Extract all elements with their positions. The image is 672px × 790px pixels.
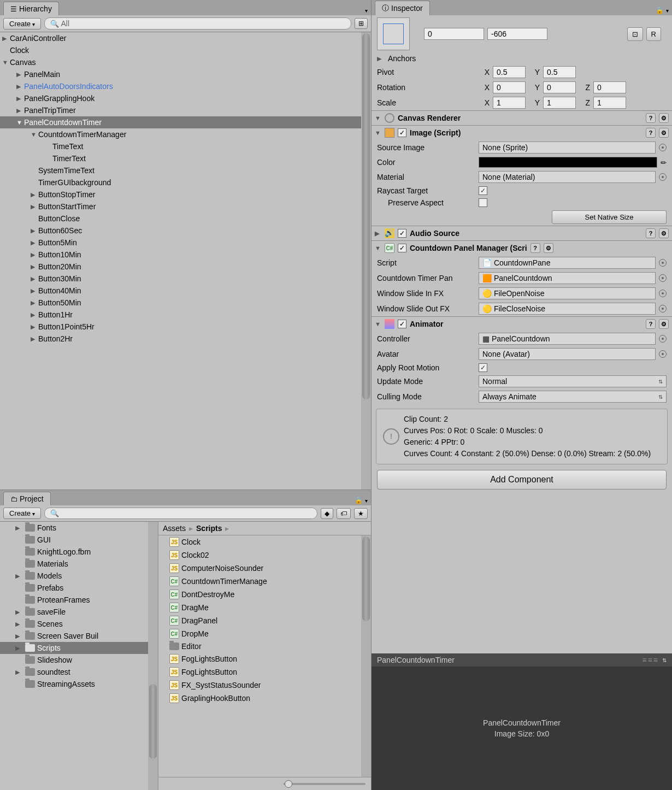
- hierarchy-filter-button[interactable]: ⊞: [355, 18, 368, 29]
- folder-item[interactable]: Slideshow: [0, 654, 158, 666]
- asset-item[interactable]: C#DontDestroyMe: [158, 588, 371, 601]
- breadcrumb[interactable]: Assets ▸ Scripts ▸: [158, 522, 371, 535]
- folder-item[interactable]: ▶Scripts: [0, 642, 158, 654]
- asset-item[interactable]: JSGraplingHookButton: [158, 692, 371, 705]
- gear-icon[interactable]: ⚙: [659, 228, 669, 238]
- foldout-arrow[interactable]: ▶: [15, 609, 23, 616]
- raw-edit-button[interactable]: R: [646, 27, 661, 41]
- foldout-arrow[interactable]: ▶: [31, 311, 38, 319]
- foldout-arrow[interactable]: ▶: [31, 227, 38, 234]
- countdown-manager-component[interactable]: ▼C# Countdown Panel Manager (Scri ? ⚙: [372, 240, 672, 255]
- hierarchy-item[interactable]: ▶Button40Min: [0, 285, 371, 297]
- foldout-arrow[interactable]: ▶: [31, 251, 38, 258]
- folder-item[interactable]: ▶Fonts: [0, 522, 158, 534]
- object-picker-icon[interactable]: [659, 350, 667, 358]
- folder-item[interactable]: StreamingAssets: [0, 678, 158, 690]
- folder-item[interactable]: ▶soundtest: [0, 666, 158, 678]
- hierarchy-item[interactable]: ButtonClose: [0, 213, 371, 225]
- foldout-arrow[interactable]: ▶: [15, 621, 23, 628]
- foldout-arrow[interactable]: ▶: [15, 573, 23, 580]
- hierarchy-item[interactable]: ▼PanelCountdownTimer: [0, 116, 371, 128]
- eyedropper-icon[interactable]: [661, 158, 667, 167]
- breadcrumb-assets[interactable]: Assets: [163, 524, 186, 533]
- scale-x-input[interactable]: [493, 97, 526, 109]
- panel-menu-icon[interactable]: [365, 5, 368, 14]
- image-enabled-checkbox[interactable]: [398, 128, 406, 137]
- gear-icon[interactable]: ⚙: [659, 128, 669, 138]
- root-motion-checkbox[interactable]: [479, 363, 487, 372]
- project-create-button[interactable]: Create: [3, 508, 41, 519]
- object-picker-icon[interactable]: [659, 173, 667, 181]
- hierarchy-tab[interactable]: ☰ Hierarchy: [3, 2, 59, 15]
- asset-item[interactable]: Editor: [158, 640, 371, 652]
- script-field[interactable]: 📄 CountdownPane: [479, 257, 656, 269]
- help-icon[interactable]: ?: [530, 243, 540, 253]
- scale-y-input[interactable]: [543, 97, 576, 109]
- folder-item[interactable]: ▶Scenes: [0, 618, 158, 630]
- foldout-arrow[interactable]: ▶: [31, 299, 38, 306]
- hierarchy-item[interactable]: ▶Button50Min: [0, 297, 371, 309]
- project-tab[interactable]: 🗀 Project: [3, 492, 51, 505]
- folder-scrollbar[interactable]: [148, 522, 158, 790]
- object-picker-icon[interactable]: [659, 144, 667, 151]
- canvas-renderer-component[interactable]: ▼ Canvas Renderer ? ⚙: [372, 110, 672, 125]
- hierarchy-item[interactable]: ▶ButtonStartTimer: [0, 201, 371, 213]
- asset-item[interactable]: C#DragPanel: [158, 614, 371, 627]
- pivot-x-input[interactable]: [493, 66, 526, 78]
- hierarchy-item[interactable]: SystemTimeText: [0, 164, 371, 176]
- material-field[interactable]: None (Material): [479, 171, 656, 183]
- asset-item[interactable]: C#DragMe: [158, 601, 371, 614]
- hierarchy-item[interactable]: ▶Button60Sec: [0, 225, 371, 237]
- hierarchy-item[interactable]: ▶CarAniController: [0, 32, 371, 44]
- rect-field2[interactable]: [487, 28, 547, 40]
- hierarchy-item[interactable]: TimerGUIbackground: [0, 176, 371, 188]
- rot-y-input[interactable]: [543, 81, 576, 93]
- object-picker-icon[interactable]: [659, 305, 667, 313]
- gear-icon[interactable]: ⚙: [544, 243, 553, 253]
- asset-item[interactable]: JSClock: [158, 535, 371, 549]
- add-component-button[interactable]: Add Component: [377, 470, 667, 490]
- slide-in-field[interactable]: 🟡 FileOpenNoise: [479, 287, 656, 299]
- hierarchy-item[interactable]: ▶Button5Min: [0, 237, 371, 249]
- preserve-aspect-checkbox[interactable]: [479, 198, 487, 207]
- foldout-arrow[interactable]: ▶: [31, 335, 38, 343]
- animator-component[interactable]: ▼ Animator ? ⚙: [372, 316, 672, 331]
- hierarchy-item[interactable]: ▶Button30Min: [0, 273, 371, 285]
- culling-mode-select[interactable]: Always Animate: [479, 391, 667, 403]
- foldout-arrow[interactable]: ▶: [31, 203, 38, 210]
- search-by-label-button[interactable]: 🏷: [337, 508, 351, 519]
- hierarchy-item[interactable]: ▶Button20Min: [0, 261, 371, 273]
- folder-item[interactable]: ▶Models: [0, 570, 158, 582]
- color-field[interactable]: [479, 157, 657, 168]
- rot-z-input[interactable]: [593, 81, 626, 93]
- help-icon[interactable]: ?: [646, 113, 656, 123]
- hierarchy-item[interactable]: ▶Button1Point5Hr: [0, 321, 371, 333]
- asset-item[interactable]: JSClock02: [158, 549, 371, 562]
- folder-item[interactable]: Materials: [0, 558, 158, 570]
- hierarchy-item[interactable]: ▶PanelGrapplingHook: [0, 92, 371, 104]
- foldout-arrow[interactable]: ▼: [16, 119, 24, 126]
- foldout-arrow[interactable]: ▶: [16, 95, 24, 102]
- scale-z-input[interactable]: [593, 97, 626, 109]
- hierarchy-item[interactable]: ▶PanelMain: [0, 68, 371, 80]
- audio-enabled-checkbox[interactable]: [398, 229, 406, 238]
- object-picker-icon[interactable]: [659, 274, 667, 282]
- asset-size-slider[interactable]: [284, 783, 366, 785]
- breadcrumb-scripts[interactable]: Scripts: [196, 524, 222, 533]
- foldout-arrow[interactable]: ▶: [15, 645, 23, 652]
- foldout-arrow[interactable]: ▶: [31, 323, 38, 331]
- foldout-arrow[interactable]: ▶: [15, 524, 23, 532]
- foldout-arrow[interactable]: ▼: [31, 131, 38, 138]
- inspector-tab[interactable]: ⓘ Inspector: [375, 1, 430, 15]
- foldout-arrow[interactable]: ▶: [15, 633, 23, 640]
- help-icon[interactable]: ?: [646, 228, 656, 238]
- preview-header[interactable]: PanelCountdownTimer ≡≡≡: [372, 653, 672, 667]
- set-native-size-button[interactable]: Set Native Size: [552, 210, 667, 224]
- folder-item[interactable]: ▶Screen Saver Buil: [0, 630, 158, 642]
- gear-icon[interactable]: ⚙: [659, 113, 669, 123]
- raycast-checkbox[interactable]: [479, 186, 487, 195]
- project-menu-icon[interactable]: [365, 496, 368, 504]
- hierarchy-item[interactable]: ▼CountdownTimerManager: [0, 128, 371, 140]
- rot-x-input[interactable]: [493, 81, 526, 93]
- anchor-preset-button[interactable]: [377, 17, 410, 50]
